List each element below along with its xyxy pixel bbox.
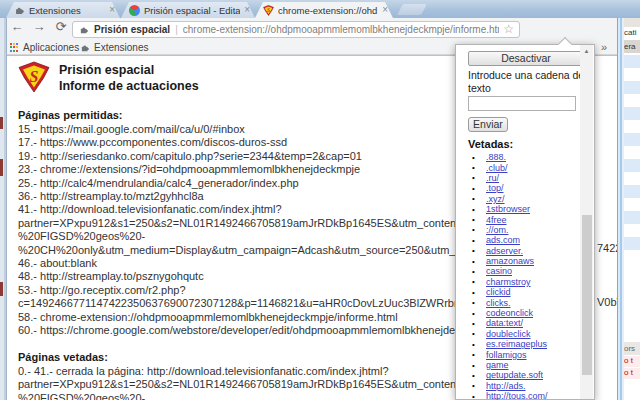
scroll-up-icon[interactable]: ▲ bbox=[580, 45, 593, 54]
bookmarks-overflow-chevron[interactable]: » bbox=[601, 41, 607, 53]
scrollbar-thumb[interactable] bbox=[582, 215, 592, 375]
bullet-icon: • bbox=[472, 319, 486, 328]
apps-grid-icon bbox=[10, 43, 19, 52]
vetada-link[interactable]: codeonclick bbox=[486, 308, 533, 318]
vetada-item: • amazonaws bbox=[472, 256, 580, 266]
vetada-link[interactable]: ads.com bbox=[486, 235, 520, 245]
forward-button[interactable]: → bbox=[30, 19, 48, 34]
vetada-link[interactable]: game bbox=[486, 360, 509, 370]
permitted-row: 19.- http://seriesdanko.com/capitulo.php… bbox=[18, 150, 510, 163]
permitted-row: %20CH%20only&utm_medium=Display&utm_camp… bbox=[18, 244, 510, 257]
bookmark-star-icon[interactable]: ☆ bbox=[503, 22, 514, 36]
vetada-item: • .top/ bbox=[472, 183, 580, 193]
permitted-row: 53.- http://go.receptix.com/r2.php? bbox=[18, 284, 510, 297]
bullet-icon: • bbox=[472, 184, 486, 193]
vetada-link[interactable]: casino bbox=[486, 266, 512, 276]
vetada-link[interactable]: .ru/ bbox=[486, 173, 499, 183]
vetada-item: • casino bbox=[472, 266, 580, 276]
vetada-link[interactable]: data:text/ bbox=[486, 318, 523, 328]
tab-strip: Extensiones × Prisión espacial - Editar … bbox=[0, 0, 640, 18]
background-window-sliver bbox=[0, 117, 3, 129]
permitted-row: 15.- https://mail.google.com/mail/ca/u/0… bbox=[18, 123, 510, 136]
permitted-pages-heading: Páginas permitidas: bbox=[18, 109, 123, 121]
bookmark-label: Extensiones bbox=[94, 42, 148, 53]
vetada-item: • es.reimageplus bbox=[472, 339, 580, 349]
bullet-icon: • bbox=[472, 267, 486, 276]
screenshot-root: { "window_tabs": { "tab1": { "title": "E… bbox=[0, 0, 640, 400]
back-button[interactable]: ← bbox=[8, 19, 26, 34]
vetada-item: • .ru/ bbox=[472, 173, 580, 183]
disable-button[interactable]: Desactivar bbox=[468, 51, 584, 66]
popup-scrollbar[interactable]: ▲ bbox=[580, 45, 593, 399]
permitted-row: 48.- http://streamplay.to/psznygohqutc bbox=[18, 270, 510, 283]
tab-informe-active[interactable]: chrome-extension://ohd × bbox=[255, 2, 393, 18]
vetada-link[interactable]: doubleclick bbox=[486, 329, 531, 339]
vetoed-pages-heading: Páginas vetadas: bbox=[18, 351, 108, 363]
bookmark-apps[interactable]: Aplicaciones bbox=[10, 42, 79, 53]
vetada-link[interactable]: .club/ bbox=[486, 163, 508, 173]
permitted-row: 58.- chrome-extension://ohdpmooapmmlemom… bbox=[18, 311, 510, 324]
vetada-link[interactable]: clickid bbox=[486, 287, 511, 297]
permitted-row: 36.- http://streamplay.to/mzt2gyhhcl8a bbox=[18, 190, 510, 203]
vetoed-pages-list: 0.- 41.- cerrada la página: http://downl… bbox=[18, 365, 507, 400]
vetada-link[interactable]: .888. bbox=[486, 152, 506, 162]
side-window-text-fragment: era bbox=[624, 40, 640, 53]
bullet-icon: • bbox=[472, 225, 486, 234]
vetada-link[interactable]: 1stbrowser bbox=[486, 204, 530, 214]
background-window-sliver bbox=[0, 282, 3, 296]
veto-input[interactable] bbox=[468, 96, 576, 111]
permitted-row: 17.- https://www.pccomponentes.com/disco… bbox=[18, 136, 510, 149]
vetada-item: • charmstroy bbox=[472, 277, 580, 287]
side-window-error-row: o t bbox=[624, 368, 640, 379]
bullet-icon: • bbox=[472, 277, 486, 286]
page-title: Prisión espacial bbox=[59, 63, 199, 79]
permitted-pages-list: 15.- https://mail.google.com/mail/ca/u/0… bbox=[18, 123, 510, 338]
vetada-link[interactable]: adserver. bbox=[486, 246, 523, 256]
vetada-item: • ads.com bbox=[472, 235, 580, 245]
vetada-link[interactable]: charmstroy bbox=[486, 277, 531, 287]
vetada-link[interactable]: clicks. bbox=[486, 298, 511, 308]
bullet-icon: • bbox=[472, 163, 486, 172]
tab-title: Extensiones bbox=[29, 5, 105, 16]
bullet-icon: • bbox=[472, 173, 486, 182]
close-icon[interactable]: × bbox=[109, 5, 115, 15]
address-bar[interactable]: Prisión espacial | chrome-extension://oh… bbox=[72, 21, 520, 38]
bullet-icon: • bbox=[472, 288, 486, 297]
close-icon[interactable]: × bbox=[244, 5, 250, 15]
vetada-item: • .888. bbox=[472, 152, 580, 162]
vetada-link[interactable]: es.reimageplus bbox=[486, 339, 547, 349]
vetada-item: • .xyz/ bbox=[472, 194, 580, 204]
superman-icon bbox=[263, 5, 274, 16]
vetada-link[interactable]: http://ads. bbox=[486, 381, 526, 391]
vetada-link[interactable]: amazonaws bbox=[486, 256, 534, 266]
tab-webstore-editar[interactable]: Prisión espacial - Editar × bbox=[121, 2, 255, 18]
vetada-link[interactable]: .xyz/ bbox=[486, 194, 505, 204]
vetada-item: • http://tous.com/ bbox=[472, 391, 580, 400]
background-window-sliver bbox=[0, 159, 3, 176]
permitted-row: 46.- about:blank bbox=[18, 257, 510, 270]
bullet-icon: • bbox=[472, 340, 486, 349]
aero-window-border bbox=[617, 18, 624, 400]
new-tab-button[interactable] bbox=[397, 4, 427, 15]
bookmark-label: Aplicaciones bbox=[23, 42, 79, 53]
vetada-link[interactable]: 4free bbox=[486, 215, 507, 225]
bullet-icon: • bbox=[472, 205, 486, 214]
vetada-link[interactable]: http://tous.com/ bbox=[486, 391, 548, 400]
background-side-window: cati era ors o t o t bbox=[617, 18, 640, 400]
bullet-icon: • bbox=[472, 257, 486, 266]
puzzle-icon bbox=[14, 5, 25, 16]
send-button[interactable]: Enviar bbox=[468, 117, 508, 132]
vetada-link[interactable]: .top/ bbox=[486, 183, 504, 193]
side-window-error-row: o t bbox=[624, 356, 640, 367]
bookmark-extensiones[interactable]: Extensiones bbox=[80, 42, 148, 53]
tab-extensiones[interactable]: Extensiones × bbox=[6, 2, 120, 18]
vetada-link[interactable]: follamigos bbox=[486, 350, 527, 360]
vetoed-row: 0.- 41.- cerrada la página: http://downl… bbox=[18, 365, 507, 378]
webstore-icon bbox=[129, 5, 140, 16]
reload-button[interactable]: ⟳ bbox=[52, 19, 70, 34]
vetada-link[interactable]: ://om. bbox=[486, 225, 509, 235]
vetada-link[interactable]: getupdate.soft bbox=[486, 370, 543, 380]
close-icon[interactable]: × bbox=[382, 5, 388, 15]
url-text: chrome-extension://ohdpmooapmmlemomlbkhe… bbox=[183, 24, 499, 35]
page-subtitle: Informe de actuaciones bbox=[59, 79, 199, 95]
